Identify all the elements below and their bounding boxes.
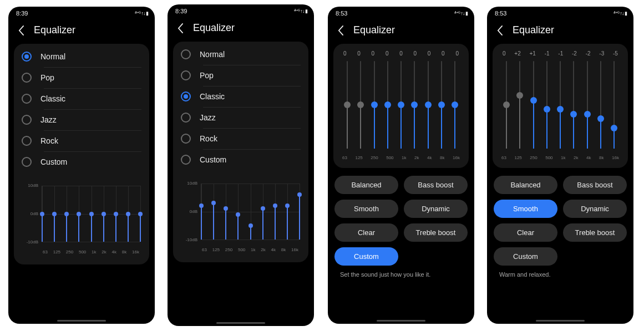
- slider-thumb[interactable]: [411, 101, 418, 108]
- radio-icon: [181, 70, 191, 80]
- preset-label: Custom: [200, 155, 226, 164]
- slider-thumb[interactable]: [530, 97, 537, 104]
- slider-thumb[interactable]: [438, 101, 445, 108]
- radio-icon: [22, 115, 32, 125]
- eq-slider-63[interactable]: [503, 59, 510, 151]
- eq-slider-63[interactable]: [343, 59, 351, 151]
- slider-thumb[interactable]: [557, 106, 564, 113]
- slider-thumb[interactable]: [516, 92, 523, 99]
- status-time: 8:39: [175, 8, 187, 14]
- status-bar: 8:53 ⁴⁺ᴳ ↑↓ ▮: [487, 7, 633, 18]
- status-time: 8:53: [495, 10, 506, 17]
- preset-option-custom[interactable]: Custom: [173, 149, 308, 170]
- eq-slider-500[interactable]: [384, 59, 392, 151]
- preset-button-smooth[interactable]: Smooth: [494, 200, 557, 218]
- eq-slider-4k[interactable]: [424, 59, 432, 151]
- header: Equalizer: [487, 18, 633, 44]
- back-icon[interactable]: [495, 26, 505, 35]
- eq-slider-1k[interactable]: [397, 59, 405, 151]
- slider-thumb[interactable]: [597, 115, 604, 122]
- page-title: Equalizer: [513, 24, 554, 36]
- preset-button-clear[interactable]: Clear: [494, 223, 557, 242]
- slider-thumb[interactable]: [611, 125, 617, 131]
- preset-button-bass-boost[interactable]: Bass boost: [404, 176, 468, 194]
- preset-label: Classic: [40, 94, 65, 103]
- home-indicator[interactable]: [57, 320, 106, 322]
- radio-icon: [22, 94, 32, 104]
- sliders-panel: 000000000631252505001k2k4k8k16k: [333, 44, 469, 168]
- preset-label: Rock: [40, 136, 58, 145]
- preset-option-pop[interactable]: Pop: [14, 67, 149, 88]
- slider-thumb[interactable]: [452, 101, 458, 108]
- preset-buttons: BalancedBass boostSmoothDynamicClearTreb…: [328, 168, 474, 269]
- preset-option-classic[interactable]: Classic: [173, 86, 308, 107]
- status-icons: ⁴⁺ᴳ ↑↓ ▮: [294, 8, 307, 14]
- eq-slider-8k[interactable]: [597, 59, 605, 151]
- radio-icon: [181, 91, 191, 101]
- status-time: 8:53: [336, 10, 347, 17]
- eq-slider-250[interactable]: [530, 59, 537, 151]
- home-indicator[interactable]: [377, 320, 425, 322]
- eq-slider-125[interactable]: [516, 59, 524, 151]
- preset-list-panel: NormalPopClassicJazzRockCustom10dB0dB-10…: [14, 44, 149, 264]
- slider-thumb[interactable]: [544, 106, 550, 113]
- slider-thumb[interactable]: [584, 111, 591, 118]
- slider-thumb[interactable]: [384, 101, 391, 108]
- eq-slider-16k[interactable]: [610, 59, 618, 151]
- preset-option-rock[interactable]: Rock: [14, 130, 149, 151]
- eq-slider-250[interactable]: [371, 59, 378, 151]
- status-bar: 8:39 ⁴⁺ᴳ ↑↓ ▮: [8, 7, 155, 18]
- slider-thumb[interactable]: [344, 101, 351, 108]
- preset-button-treble-boost[interactable]: Treble boost: [563, 223, 627, 242]
- slider-thumb[interactable]: [357, 101, 364, 108]
- preset-option-pop[interactable]: Pop: [173, 65, 308, 86]
- preset-label: Rock: [200, 134, 217, 143]
- y-axis-label: -10dB: [182, 237, 197, 242]
- preset-label: Custom: [40, 157, 67, 166]
- eq-slider-8k[interactable]: [438, 59, 445, 151]
- eq-slider-2k[interactable]: [410, 59, 418, 151]
- back-icon[interactable]: [336, 26, 346, 35]
- preset-option-rock[interactable]: Rock: [173, 128, 308, 149]
- eq-slider-2k[interactable]: [570, 59, 577, 151]
- preset-option-normal[interactable]: Normal: [173, 44, 308, 65]
- preset-option-custom[interactable]: Custom: [14, 151, 149, 172]
- preset-button-smooth[interactable]: Smooth: [334, 200, 398, 218]
- eq-slider-1k[interactable]: [556, 59, 564, 151]
- eq-mini-chart: 10dB0dB-10dB631252505001k2k4k8k16k: [182, 180, 300, 252]
- slider-thumb[interactable]: [570, 111, 577, 118]
- eq-slider-125[interactable]: [357, 59, 364, 151]
- radio-icon: [22, 73, 32, 83]
- home-indicator[interactable]: [536, 320, 585, 322]
- slider-thumb[interactable]: [425, 101, 432, 108]
- preset-button-custom[interactable]: Custom: [494, 247, 557, 266]
- y-axis-label: 10dB: [23, 183, 38, 188]
- preset-option-normal[interactable]: Normal: [14, 46, 149, 67]
- preset-button-balanced[interactable]: Balanced: [494, 176, 557, 194]
- preset-button-custom[interactable]: Custom: [334, 247, 398, 266]
- eq-slider-4k[interactable]: [584, 59, 591, 151]
- preset-button-clear[interactable]: Clear: [334, 223, 398, 242]
- slider-thumb[interactable]: [398, 101, 404, 108]
- y-axis-label: 0dB: [23, 211, 38, 216]
- back-icon[interactable]: [16, 26, 26, 35]
- preset-button-balanced[interactable]: Balanced: [334, 176, 398, 194]
- back-icon[interactable]: [175, 23, 185, 33]
- status-icons: ⁴⁺ᴳ ↑↓ ▮: [454, 11, 468, 16]
- x-axis-labels: 631252505001k2k4k8k16k: [42, 249, 140, 254]
- preset-button-dynamic[interactable]: Dynamic: [404, 200, 468, 218]
- preset-button-bass-boost[interactable]: Bass boost: [563, 176, 627, 194]
- status-icons: ⁴⁺ᴳ ↑↓ ▮: [613, 11, 627, 16]
- radio-icon: [181, 134, 191, 144]
- preset-option-jazz[interactable]: Jazz: [14, 109, 149, 130]
- eq-slider-500[interactable]: [543, 59, 551, 151]
- preset-option-jazz[interactable]: Jazz: [173, 107, 308, 128]
- slider-thumb[interactable]: [503, 101, 510, 108]
- preset-button-treble-boost[interactable]: Treble boost: [404, 223, 468, 242]
- slider-row: [341, 59, 461, 151]
- slider-thumb[interactable]: [371, 101, 378, 108]
- preset-button-dynamic[interactable]: Dynamic: [563, 200, 627, 218]
- preset-option-classic[interactable]: Classic: [14, 88, 149, 109]
- home-indicator[interactable]: [216, 322, 265, 324]
- eq-slider-16k[interactable]: [451, 59, 459, 151]
